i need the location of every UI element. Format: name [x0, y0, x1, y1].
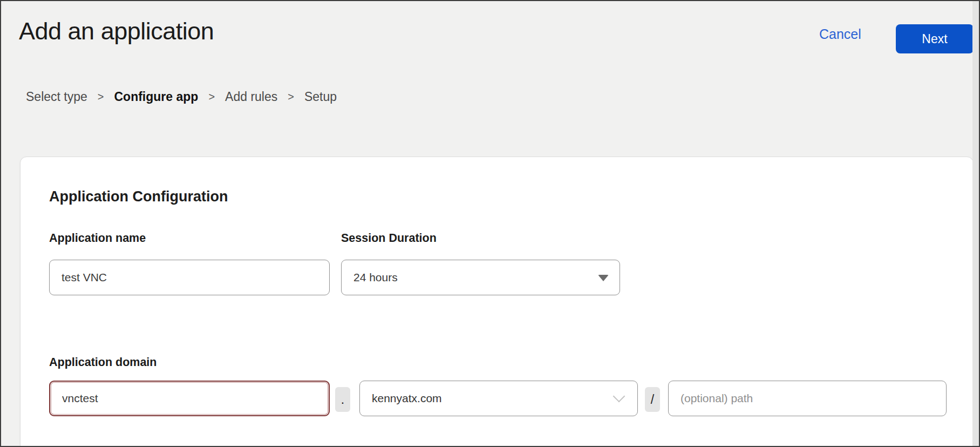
wizard-steps: Select type > Configure app > Add rules …	[26, 90, 337, 104]
step-separator: >	[98, 91, 104, 103]
step-setup[interactable]: Setup	[304, 90, 337, 104]
application-name-input[interactable]	[49, 260, 330, 295]
section-title: Application Configuration	[49, 188, 228, 205]
slash-separator: /	[645, 387, 660, 412]
domain-select-value: kennyatx.com	[372, 392, 442, 405]
domain-select[interactable]: kennyatx.com	[359, 381, 638, 416]
step-separator: >	[288, 91, 294, 103]
step-add-rules[interactable]: Add rules	[225, 90, 277, 104]
step-configure-app: Configure app	[114, 90, 198, 104]
application-domain-label: Application domain	[49, 356, 156, 369]
session-duration-value: 24 hours	[353, 271, 398, 284]
step-select-type[interactable]: Select type	[26, 90, 87, 104]
application-name-label: Application name	[49, 232, 146, 245]
cancel-button[interactable]: Cancel	[819, 26, 861, 42]
subdomain-input[interactable]	[49, 381, 330, 416]
chevron-down-icon	[613, 390, 625, 403]
session-duration-label: Session Duration	[341, 232, 437, 245]
page-title: Add an application	[19, 17, 214, 45]
scrollbar-track[interactable]	[972, 1, 979, 446]
step-separator: >	[208, 91, 215, 103]
dot-separator: .	[335, 387, 350, 412]
app-window: Add an application Cancel Next Select ty…	[0, 0, 980, 447]
path-input[interactable]	[668, 381, 947, 416]
caret-down-icon	[598, 275, 609, 281]
next-button[interactable]: Next	[896, 24, 974, 53]
configuration-card: Application Configuration Application na…	[20, 157, 974, 447]
session-duration-select[interactable]: 24 hours	[341, 260, 620, 295]
